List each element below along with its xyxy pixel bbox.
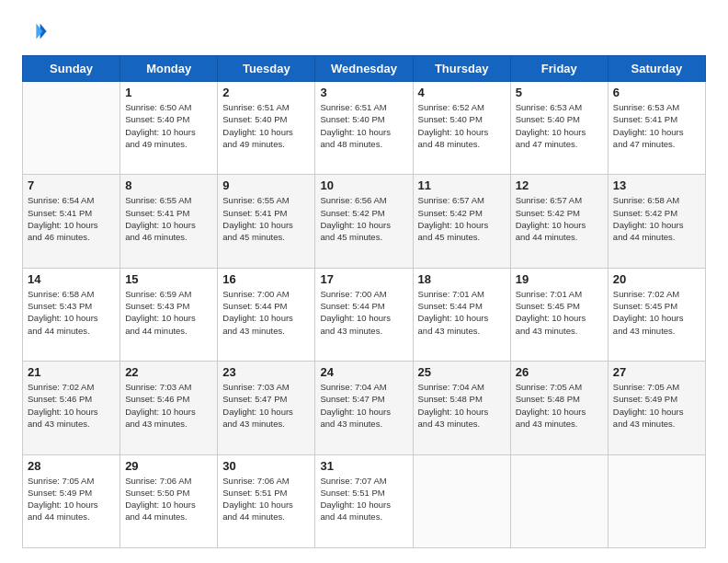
day-info: Sunrise: 7:06 AM Sunset: 5:51 PM Dayligh…	[222, 475, 310, 523]
day-info: Sunrise: 6:55 AM Sunset: 5:41 PM Dayligh…	[125, 194, 212, 243]
calendar-week-row: 21Sunrise: 7:02 AM Sunset: 5:46 PM Dayli…	[23, 362, 706, 454]
day-info: Sunrise: 7:02 AM Sunset: 5:45 PM Dayligh…	[613, 288, 700, 337]
day-number: 2	[222, 86, 310, 99]
day-number: 6	[613, 86, 700, 99]
day-header-thursday: Thursday	[413, 56, 510, 82]
calendar-week-row: 14Sunrise: 6:58 AM Sunset: 5:43 PM Dayli…	[23, 268, 706, 361]
day-number: 13	[613, 178, 700, 192]
day-info: Sunrise: 6:51 AM Sunset: 5:40 PM Dayligh…	[320, 101, 407, 150]
day-info: Sunrise: 6:57 AM Sunset: 5:42 PM Dayligh…	[418, 194, 506, 243]
calendar-cell: 21Sunrise: 7:02 AM Sunset: 5:46 PM Dayli…	[23, 362, 120, 454]
day-number: 21	[28, 365, 115, 379]
day-number: 9	[222, 178, 310, 192]
day-info: Sunrise: 7:01 AM Sunset: 5:45 PM Dayligh…	[516, 288, 603, 337]
day-info: Sunrise: 7:03 AM Sunset: 5:47 PM Dayligh…	[222, 381, 310, 430]
day-info: Sunrise: 7:05 AM Sunset: 5:49 PM Dayligh…	[28, 475, 115, 523]
day-info: Sunrise: 7:03 AM Sunset: 5:46 PM Dayligh…	[125, 381, 212, 430]
day-number: 15	[125, 272, 212, 286]
calendar-cell: 6Sunrise: 6:53 AM Sunset: 5:41 PM Daylig…	[608, 82, 705, 175]
day-number: 3	[320, 86, 407, 99]
calendar-cell: 19Sunrise: 7:01 AM Sunset: 5:45 PM Dayli…	[510, 268, 608, 361]
calendar-cell: 4Sunrise: 6:52 AM Sunset: 5:40 PM Daylig…	[413, 82, 510, 175]
day-info: Sunrise: 6:55 AM Sunset: 5:41 PM Dayligh…	[222, 194, 310, 243]
calendar-week-row: 7Sunrise: 6:54 AM Sunset: 5:41 PM Daylig…	[23, 175, 706, 268]
day-info: Sunrise: 6:57 AM Sunset: 5:42 PM Dayligh…	[516, 194, 603, 243]
day-number: 20	[613, 272, 700, 286]
calendar-cell: 15Sunrise: 6:59 AM Sunset: 5:43 PM Dayli…	[120, 268, 218, 361]
calendar-cell: 10Sunrise: 6:56 AM Sunset: 5:42 PM Dayli…	[315, 175, 413, 268]
day-info: Sunrise: 7:07 AM Sunset: 5:51 PM Dayligh…	[320, 475, 407, 523]
calendar-cell: 14Sunrise: 6:58 AM Sunset: 5:43 PM Dayli…	[23, 268, 120, 361]
calendar-cell: 13Sunrise: 6:58 AM Sunset: 5:42 PM Dayli…	[608, 175, 705, 268]
day-number: 10	[320, 178, 407, 192]
day-number: 18	[418, 272, 506, 286]
day-header-friday: Friday	[510, 56, 608, 82]
day-info: Sunrise: 6:53 AM Sunset: 5:40 PM Dayligh…	[516, 101, 603, 150]
day-info: Sunrise: 7:00 AM Sunset: 5:44 PM Dayligh…	[222, 288, 310, 337]
day-number: 26	[516, 365, 603, 379]
page: SundayMondayTuesdayWednesdayThursdayFrid…	[0, 0, 728, 563]
day-number: 8	[125, 178, 212, 192]
logo-icon	[22, 18, 48, 44]
day-number: 7	[28, 178, 115, 192]
day-number: 30	[222, 459, 310, 473]
day-info: Sunrise: 7:00 AM Sunset: 5:44 PM Dayligh…	[320, 288, 407, 337]
day-info: Sunrise: 7:02 AM Sunset: 5:46 PM Dayligh…	[28, 381, 115, 430]
day-number: 31	[320, 459, 407, 473]
calendar-table: SundayMondayTuesdayWednesdayThursdayFrid…	[22, 55, 706, 548]
day-number: 25	[418, 365, 506, 379]
day-number: 12	[516, 178, 603, 192]
calendar-cell: 24Sunrise: 7:04 AM Sunset: 5:47 PM Dayli…	[315, 362, 413, 454]
day-number: 14	[28, 272, 115, 286]
day-info: Sunrise: 7:04 AM Sunset: 5:47 PM Dayligh…	[320, 381, 407, 430]
day-info: Sunrise: 7:06 AM Sunset: 5:50 PM Dayligh…	[125, 475, 212, 523]
calendar-week-row: 1Sunrise: 6:50 AM Sunset: 5:40 PM Daylig…	[23, 82, 706, 175]
calendar-cell: 25Sunrise: 7:04 AM Sunset: 5:48 PM Dayli…	[413, 362, 510, 454]
day-number: 1	[125, 86, 212, 99]
calendar-cell	[608, 454, 705, 547]
calendar-cell: 26Sunrise: 7:05 AM Sunset: 5:48 PM Dayli…	[510, 362, 608, 454]
day-info: Sunrise: 6:52 AM Sunset: 5:40 PM Dayligh…	[418, 101, 506, 150]
calendar-cell: 8Sunrise: 6:55 AM Sunset: 5:41 PM Daylig…	[120, 175, 218, 268]
day-info: Sunrise: 7:04 AM Sunset: 5:48 PM Dayligh…	[418, 381, 506, 430]
calendar-cell: 5Sunrise: 6:53 AM Sunset: 5:40 PM Daylig…	[510, 82, 608, 175]
day-info: Sunrise: 7:01 AM Sunset: 5:44 PM Dayligh…	[418, 288, 506, 337]
day-number: 22	[125, 365, 212, 379]
day-info: Sunrise: 6:53 AM Sunset: 5:41 PM Dayligh…	[613, 101, 700, 150]
logo	[22, 18, 51, 44]
day-number: 29	[125, 459, 212, 473]
calendar-cell: 16Sunrise: 7:00 AM Sunset: 5:44 PM Dayli…	[218, 268, 315, 361]
day-info: Sunrise: 6:58 AM Sunset: 5:42 PM Dayligh…	[613, 194, 700, 243]
header	[22, 18, 706, 44]
calendar-week-row: 28Sunrise: 7:05 AM Sunset: 5:49 PM Dayli…	[23, 454, 706, 547]
day-info: Sunrise: 6:54 AM Sunset: 5:41 PM Dayligh…	[28, 194, 115, 243]
calendar-cell: 7Sunrise: 6:54 AM Sunset: 5:41 PM Daylig…	[23, 175, 120, 268]
calendar-cell: 9Sunrise: 6:55 AM Sunset: 5:41 PM Daylig…	[218, 175, 315, 268]
day-number: 23	[222, 365, 310, 379]
calendar-cell: 3Sunrise: 6:51 AM Sunset: 5:40 PM Daylig…	[315, 82, 413, 175]
calendar-cell: 23Sunrise: 7:03 AM Sunset: 5:47 PM Dayli…	[218, 362, 315, 454]
calendar-cell: 2Sunrise: 6:51 AM Sunset: 5:40 PM Daylig…	[218, 82, 315, 175]
day-header-tuesday: Tuesday	[218, 56, 315, 82]
day-number: 19	[516, 272, 603, 286]
day-info: Sunrise: 7:05 AM Sunset: 5:49 PM Dayligh…	[613, 381, 700, 430]
calendar-header-row: SundayMondayTuesdayWednesdayThursdayFrid…	[23, 56, 706, 82]
day-header-saturday: Saturday	[608, 56, 705, 82]
day-info: Sunrise: 6:51 AM Sunset: 5:40 PM Dayligh…	[222, 101, 310, 150]
calendar-cell	[23, 82, 120, 175]
calendar-cell: 11Sunrise: 6:57 AM Sunset: 5:42 PM Dayli…	[413, 175, 510, 268]
day-number: 24	[320, 365, 407, 379]
day-number: 4	[418, 86, 506, 99]
calendar-cell: 30Sunrise: 7:06 AM Sunset: 5:51 PM Dayli…	[218, 454, 315, 547]
day-info: Sunrise: 6:58 AM Sunset: 5:43 PM Dayligh…	[28, 288, 115, 337]
day-number: 27	[613, 365, 700, 379]
day-info: Sunrise: 6:59 AM Sunset: 5:43 PM Dayligh…	[125, 288, 212, 337]
day-info: Sunrise: 6:56 AM Sunset: 5:42 PM Dayligh…	[320, 194, 407, 243]
day-info: Sunrise: 6:50 AM Sunset: 5:40 PM Dayligh…	[125, 101, 212, 150]
day-header-monday: Monday	[120, 56, 218, 82]
calendar-cell: 29Sunrise: 7:06 AM Sunset: 5:50 PM Dayli…	[120, 454, 218, 547]
calendar-cell: 22Sunrise: 7:03 AM Sunset: 5:46 PM Dayli…	[120, 362, 218, 454]
day-number: 17	[320, 272, 407, 286]
day-number: 5	[516, 86, 603, 99]
calendar-cell	[413, 454, 510, 547]
